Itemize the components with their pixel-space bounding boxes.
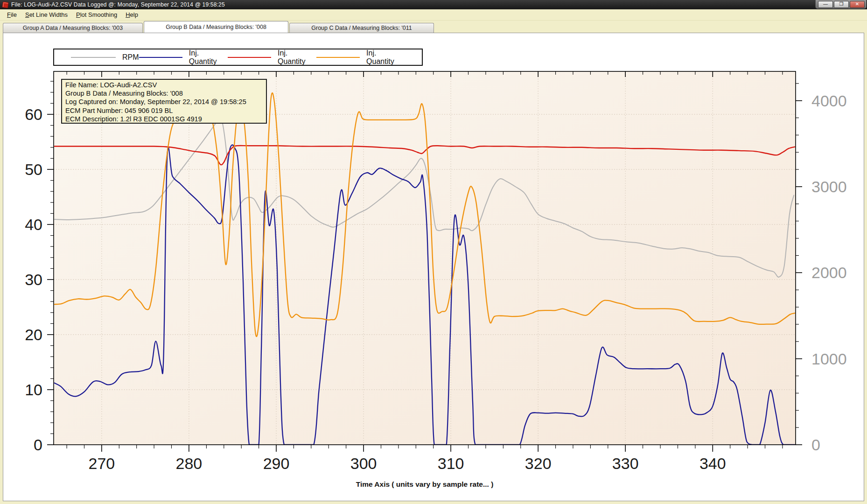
svg-text:0: 0 xyxy=(34,436,42,454)
x-axis-title: Time Axis ( units vary by sample rate...… xyxy=(356,480,494,488)
svg-text:40: 40 xyxy=(25,216,42,233)
svg-text:270: 270 xyxy=(89,455,115,472)
tab-strip: Group A Data / Measuring Blocks: '003 Gr… xyxy=(0,21,867,33)
info-file-name: File Name: LOG-Audi-A2.CSV xyxy=(65,81,263,89)
svg-text:10: 10 xyxy=(25,381,42,399)
log-info-box: File Name: LOG-Audi-A2.CSV Group B Data … xyxy=(61,79,267,124)
inj-orange-line-swatch xyxy=(316,57,360,58)
legend-item-inj-orange: Inj. Quantity xyxy=(316,49,405,66)
svg-text:1000: 1000 xyxy=(811,350,847,368)
left-axis-labels: 0102030405060 xyxy=(25,105,42,454)
legend-item-inj-blue: Inj. Quantity xyxy=(139,49,228,66)
svg-text:50: 50 xyxy=(25,161,42,178)
right-axis-labels: 01000200030004000 xyxy=(811,92,847,454)
info-group: Group B Data / Measuring Blocks: '008 xyxy=(65,89,263,98)
x-axis-labels: 270280290300310320330340 xyxy=(89,455,726,472)
chart-legend: RPM Inj. Quantity Inj. Quantity Inj. Qua… xyxy=(53,49,423,66)
app-icon xyxy=(2,1,9,8)
svg-text:20: 20 xyxy=(25,326,42,343)
svg-text:60: 60 xyxy=(25,105,42,123)
svg-text:4000: 4000 xyxy=(811,92,847,110)
window-controls: — ❐ ✕ xyxy=(815,0,867,9)
info-captured: Log Captured on: Monday, September 22, 2… xyxy=(65,98,263,106)
menu-help[interactable]: Help xyxy=(121,10,142,19)
window-title: File: LOG-Audi-A2.CSV Data Logged @: Mon… xyxy=(11,1,225,8)
svg-text:2000: 2000 xyxy=(811,264,847,281)
menu-set-line-widths[interactable]: Set Line Widths xyxy=(21,10,72,19)
svg-text:30: 30 xyxy=(25,271,42,288)
info-ecm-part: ECM Part Number: 045 906 019 BL xyxy=(65,106,263,115)
info-ecm-desc: ECM Description: 1.2l R3 EDC 0001SG 4919 xyxy=(65,115,263,123)
tab-group-b[interactable]: Group B Data / Measuring Blocks: '008 xyxy=(144,21,288,33)
inj-blue-line-swatch xyxy=(139,57,182,58)
menu-file[interactable]: File xyxy=(3,10,21,19)
close-button[interactable]: ✕ xyxy=(850,1,865,8)
title-bar[interactable]: File: LOG-Audi-A2.CSV Data Logged @: Mon… xyxy=(0,0,867,9)
svg-text:280: 280 xyxy=(176,455,203,472)
maximize-button[interactable]: ❐ xyxy=(834,1,849,8)
menu-bar: File Set Line Widths Plot Smoothing Help xyxy=(0,9,867,21)
svg-text:340: 340 xyxy=(699,455,726,472)
svg-text:3000: 3000 xyxy=(811,178,847,196)
legend-item-inj-red: Inj. Quantity xyxy=(228,49,316,66)
tab-group-c[interactable]: Group C Data / Measuring Blocks: '011 xyxy=(289,23,434,33)
rpm-line-swatch xyxy=(71,57,116,58)
svg-text:300: 300 xyxy=(350,455,377,472)
svg-text:290: 290 xyxy=(263,455,290,472)
chart-panel: 2702802903003103203303400102030405060010… xyxy=(3,33,864,501)
inj-red-line-swatch xyxy=(228,57,271,58)
svg-text:0: 0 xyxy=(811,436,820,454)
svg-text:320: 320 xyxy=(525,455,552,472)
tab-group-a[interactable]: Group A Data / Measuring Blocks: '003 xyxy=(3,23,143,33)
svg-text:310: 310 xyxy=(438,455,464,472)
svg-text:330: 330 xyxy=(612,455,639,472)
menu-plot-smoothing[interactable]: Plot Smoothing xyxy=(72,10,121,19)
legend-item-rpm: RPM xyxy=(71,53,139,62)
minimize-button[interactable]: — xyxy=(818,1,833,8)
